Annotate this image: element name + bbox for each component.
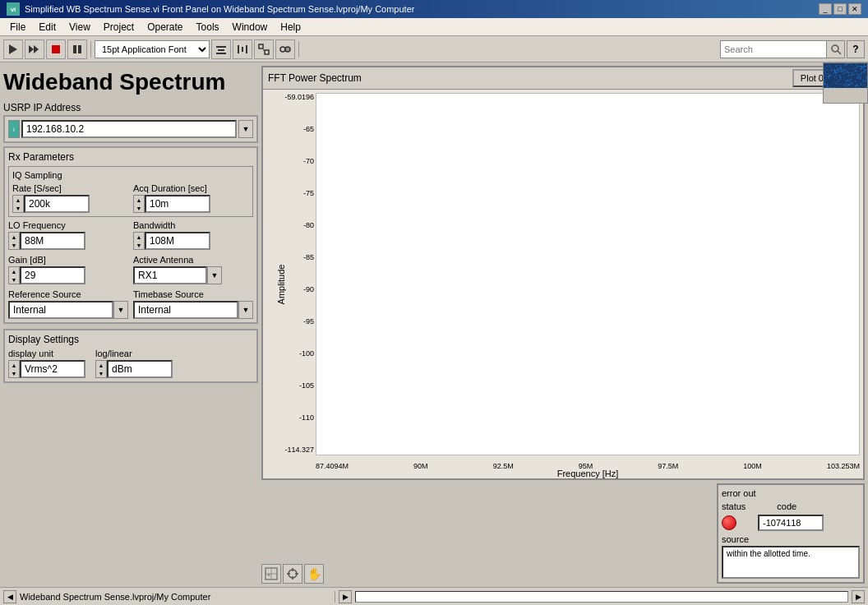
- error-code-input[interactable]: [758, 515, 824, 531]
- acq-up[interactable]: ▲: [134, 196, 144, 204]
- menu-view[interactable]: View: [62, 20, 97, 35]
- search-input[interactable]: [720, 40, 827, 58]
- pause-button[interactable]: [67, 39, 87, 59]
- gain-spinner[interactable]: ▲ ▼: [8, 266, 20, 284]
- lo-freq-input[interactable]: [20, 232, 85, 250]
- ll-up[interactable]: ▲: [96, 361, 106, 369]
- acq-input[interactable]: [145, 195, 210, 213]
- stop-button[interactable]: [46, 39, 66, 59]
- ip-address-input[interactable]: [21, 120, 237, 138]
- ll-down[interactable]: ▼: [96, 369, 106, 377]
- svg-rect-12: [259, 44, 263, 48]
- status-separator: [335, 591, 335, 603]
- ref-source-dropdown[interactable]: ▼: [113, 301, 128, 319]
- lo-freq-down[interactable]: ▼: [9, 241, 19, 249]
- display-unit-param: display unit ▲ ▼: [8, 349, 85, 378]
- log-linear-spinner[interactable]: ▲ ▼: [95, 360, 107, 378]
- log-linear-param: log/linear ▲ ▼: [95, 349, 173, 378]
- distribute-button[interactable]: [233, 39, 252, 59]
- reorder-button[interactable]: [275, 39, 295, 59]
- gain-label: Gain [dB]: [8, 255, 128, 265]
- svg-point-16: [285, 47, 290, 52]
- bw-down[interactable]: ▼: [134, 241, 144, 249]
- acq-spinner[interactable]: ▲ ▼: [133, 195, 145, 213]
- rate-input-row: ▲ ▼: [12, 195, 128, 213]
- status-scroll-right[interactable]: ▶: [339, 590, 352, 603]
- usrp-ip-label: USRP IP Address: [3, 102, 258, 113]
- menu-operate[interactable]: Operate: [141, 20, 189, 35]
- gain-input[interactable]: [20, 266, 85, 284]
- resize-button[interactable]: [254, 39, 274, 59]
- usrp-ip-container: i ▼: [3, 115, 258, 143]
- ip-input-row: i ▼: [8, 120, 253, 138]
- log-linear-label: log/linear: [95, 349, 173, 358]
- lo-freq-spinner[interactable]: ▲ ▼: [8, 232, 20, 250]
- du-down[interactable]: ▼: [9, 369, 19, 377]
- window-controls[interactable]: _ □ ✕: [819, 3, 861, 15]
- iq-params-grid: Rate [S/sec] ▲ ▼ Acq Duration [sec]: [12, 183, 249, 213]
- timebase-dropdown[interactable]: ▼: [238, 301, 253, 319]
- help-button[interactable]: ?: [847, 40, 865, 58]
- menu-window[interactable]: Window: [226, 20, 275, 35]
- run-continuously-button[interactable]: [25, 39, 44, 59]
- acq-label: Acq Duration [sec]: [133, 183, 249, 193]
- lo-freq-up[interactable]: ▲: [9, 233, 19, 241]
- rate-param: Rate [S/sec] ▲ ▼: [12, 183, 128, 213]
- menu-help[interactable]: Help: [274, 20, 307, 35]
- svg-rect-7: [218, 49, 224, 51]
- gain-down[interactable]: ▼: [9, 275, 19, 284]
- menu-edit[interactable]: Edit: [32, 20, 62, 35]
- log-linear-input[interactable]: [107, 360, 173, 378]
- error-out-section: error out status code source within the …: [717, 483, 865, 584]
- ref-source-input[interactable]: [8, 301, 113, 319]
- svg-rect-10: [242, 47, 243, 52]
- du-up[interactable]: ▲: [9, 361, 19, 369]
- search-area: ?: [720, 40, 865, 58]
- display-settings-section: Display Settings display unit ▲ ▼ log/li…: [3, 329, 258, 383]
- bandwidth-label: Bandwidth: [133, 220, 253, 230]
- lo-freq-param: LO Frequency ▲ ▼: [8, 220, 128, 250]
- acq-input-row: ▲ ▼: [133, 195, 249, 213]
- menu-tools[interactable]: Tools: [190, 20, 226, 35]
- search-button[interactable]: [827, 40, 845, 58]
- menu-file[interactable]: File: [3, 20, 32, 35]
- align-button[interactable]: [211, 39, 231, 59]
- gain-up[interactable]: ▲: [9, 267, 19, 275]
- antenna-dropdown[interactable]: ▼: [207, 266, 222, 284]
- svg-line-18: [838, 51, 841, 54]
- rate-spinner[interactable]: ▲ ▼: [12, 195, 24, 213]
- font-selector[interactable]: 15pt Application Font: [95, 40, 210, 58]
- rate-input[interactable]: [24, 195, 90, 213]
- status-scroll-left[interactable]: ◀: [3, 590, 16, 603]
- y-tick-10: -105: [299, 381, 314, 390]
- status-scrollbar[interactable]: [355, 591, 848, 603]
- bw-up[interactable]: ▲: [134, 233, 144, 241]
- display-unit-label: display unit: [8, 349, 85, 358]
- display-unit-spinner[interactable]: ▲ ▼: [8, 360, 20, 378]
- minimize-button[interactable]: _: [819, 3, 832, 15]
- hand-button[interactable]: ✋: [304, 564, 324, 584]
- menu-project[interactable]: Project: [97, 20, 141, 35]
- display-unit-input[interactable]: [20, 360, 85, 378]
- ref-source-input-row: ▼: [8, 301, 128, 319]
- pan-button[interactable]: [283, 564, 302, 584]
- acq-down[interactable]: ▼: [134, 204, 144, 212]
- bandwidth-input[interactable]: [145, 232, 210, 250]
- timebase-input[interactable]: [133, 301, 238, 319]
- iq-sampling-label: IQ Sampling: [12, 170, 249, 180]
- maximize-button[interactable]: □: [833, 3, 847, 15]
- svg-rect-11: [246, 45, 247, 53]
- chart-title: FFT Power Spectrum: [268, 72, 362, 84]
- bandwidth-spinner[interactable]: ▲ ▼: [133, 232, 145, 250]
- close-button[interactable]: ✕: [848, 3, 861, 15]
- rate-up[interactable]: ▲: [13, 196, 23, 204]
- rx-params-section: Rx Parameters IQ Sampling Rate [S/sec] ▲…: [3, 146, 258, 324]
- zoom-fit-button[interactable]: +: [261, 564, 281, 584]
- rate-down[interactable]: ▼: [13, 204, 23, 212]
- antenna-input[interactable]: [133, 266, 207, 284]
- thumbnail-panel: USRP Spectrum: [823, 62, 868, 104]
- run-button[interactable]: [3, 39, 23, 59]
- ip-dropdown-arrow[interactable]: ▼: [238, 120, 253, 138]
- spectrum-chart[interactable]: [316, 93, 860, 455]
- status-end-btn[interactable]: ▶: [852, 590, 865, 603]
